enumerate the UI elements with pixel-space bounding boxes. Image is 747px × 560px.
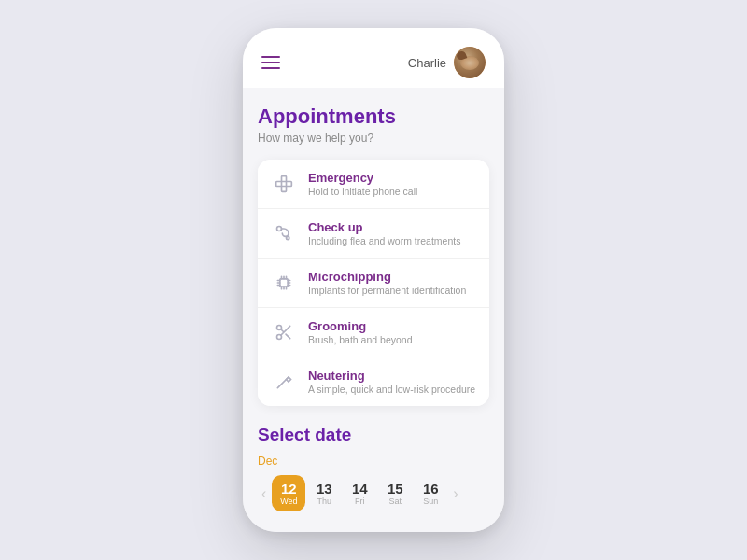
date-next-button[interactable]: ›: [449, 485, 461, 502]
microchipping-card-text: Microchipping Implants for permanent ide…: [308, 270, 476, 296]
date-item-13[interactable]: 13 Thu: [307, 475, 341, 511]
date-num-16: 16: [423, 481, 439, 497]
neutering-card-text: Neutering A simple, quick and low-risk p…: [308, 369, 476, 395]
checkup-desc: Including flea and worm treatments: [308, 235, 476, 246]
svg-rect-1: [276, 182, 292, 187]
scissors-icon: [271, 319, 297, 345]
emergency-desc: Hold to initiate phone call: [308, 186, 476, 197]
date-row: ‹ 12 Wed 13 Thu 14 Fri 15 S: [258, 475, 489, 511]
date-num-12: 12: [281, 481, 297, 497]
appointment-item-neutering[interactable]: Neutering A simple, quick and low-risk p…: [258, 357, 489, 406]
month-label: Dec: [258, 455, 489, 468]
neutering-title: Neutering: [308, 369, 476, 383]
neutering-desc: A simple, quick and low-risk procedure: [308, 384, 476, 395]
appointment-item-grooming[interactable]: Grooming Brush, bath and beyond: [258, 308, 489, 357]
svg-point-3: [287, 236, 289, 239]
appointments-list: Emergency Hold to initiate phone call: [258, 160, 489, 406]
avatar-image: [454, 47, 486, 78]
stethoscope-icon: [271, 220, 297, 246]
cross-icon: [271, 171, 297, 197]
appointment-item-microchipping[interactable]: Microchipping Implants for permanent ide…: [258, 259, 489, 308]
main-content: Appointments How may we help you? Emerge…: [243, 88, 504, 532]
date-item-15[interactable]: 15 Sat: [378, 475, 412, 511]
menu-button[interactable]: [261, 56, 280, 69]
date-day-16: Sun: [423, 497, 438, 506]
emergency-card-text: Emergency Hold to initiate phone call: [308, 171, 476, 197]
date-num-14: 14: [352, 481, 368, 497]
svg-rect-4: [280, 279, 288, 287]
date-item-12[interactable]: 12 Wed: [272, 475, 305, 511]
checkup-card-text: Check up Including flea and worm treatme…: [308, 220, 476, 246]
phone-frame: Charlie Appointments How may we help you…: [243, 28, 504, 532]
date-day-14: Fri: [355, 497, 365, 506]
date-day-12: Wed: [280, 497, 297, 506]
microchipping-title: Microchipping: [308, 270, 476, 284]
emergency-title: Emergency: [308, 171, 476, 185]
user-name-label: Charlie: [408, 56, 446, 70]
svg-rect-0: [282, 176, 287, 192]
appointments-subtitle: How may we help you?: [258, 132, 489, 145]
date-num-15: 15: [388, 481, 403, 497]
grooming-desc: Brush, bath and beyond: [308, 334, 476, 345]
appointment-item-checkup[interactable]: Check up Including flea and worm treatme…: [258, 209, 489, 259]
checkup-title: Check up: [308, 220, 476, 234]
date-section: Select date Dec ‹ 12 Wed 13 Thu 14 Fri: [258, 425, 489, 526]
header: Charlie: [243, 28, 504, 88]
date-prev-button[interactable]: ‹: [258, 485, 270, 502]
user-info: Charlie: [408, 47, 486, 78]
date-item-16[interactable]: 16 Sun: [414, 475, 447, 511]
date-num-13: 13: [317, 481, 332, 497]
phone-scroll-area: Charlie Appointments How may we help you…: [243, 28, 504, 532]
grooming-card-text: Grooming Brush, bath and beyond: [308, 319, 476, 345]
date-day-15: Sat: [389, 497, 402, 506]
avatar[interactable]: [454, 47, 486, 78]
grooming-title: Grooming: [308, 319, 476, 333]
appointment-item-emergency[interactable]: Emergency Hold to initiate phone call: [258, 160, 489, 209]
select-date-title: Select date: [258, 425, 489, 445]
date-day-13: Thu: [317, 497, 332, 506]
scalpel-icon: [271, 369, 297, 395]
date-item-14[interactable]: 14 Fri: [343, 475, 376, 511]
appointments-title: Appointments: [258, 105, 489, 129]
chip-icon: [271, 270, 297, 296]
microchipping-desc: Implants for permanent identification: [308, 285, 476, 296]
